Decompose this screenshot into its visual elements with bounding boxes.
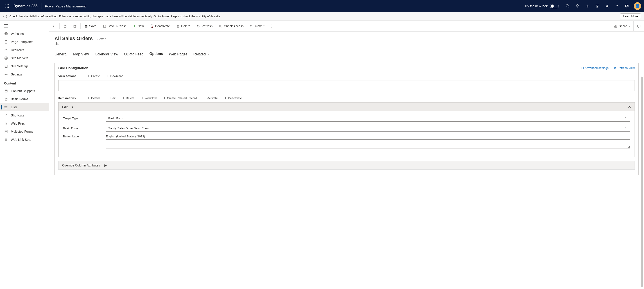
chevron-down-icon [622,125,628,131]
app-launcher-icon[interactable] [3,2,12,11]
toggle-switch[interactable] [550,4,559,8]
add-edit-action[interactable]: ＋Edit [106,96,116,100]
search-icon[interactable] [562,1,572,11]
sidebar-item-lists[interactable]: Lists [0,103,49,111]
overflow-menu-button[interactable] [268,21,276,31]
svg-point-65 [272,26,272,26]
svg-rect-28 [5,65,7,67]
sidebar-item-site-settings[interactable]: Site Settings [0,62,49,70]
redirect-icon [4,48,8,52]
gear-icon[interactable] [602,1,612,11]
try-new-look-toggle[interactable]: Try the new look [525,4,559,8]
basic-form-select[interactable]: Sandy Sales Order Basic Form [106,125,630,132]
add-details-action[interactable]: ＋Details [87,96,100,100]
hamburger-icon[interactable] [0,22,49,30]
target-type-select[interactable]: Basic Form [106,115,630,122]
item-actions-label: Item Actions [58,96,81,100]
back-button[interactable] [49,21,59,31]
sidebar-item-content-snippets[interactable]: Content Snippets [0,87,49,95]
svg-point-26 [5,57,8,60]
sidebar-item-settings[interactable]: Settings [0,70,49,78]
left-nav: Websites Page Templates Redirects Site M… [0,21,49,289]
add-create-related-record-action[interactable]: ＋Create Related Record [163,96,197,100]
sidebar-item-web-files[interactable]: Web Files [0,119,49,128]
sidebar-item-label: Page Templates [11,40,33,44]
sidebar-item-label: Multistep Forms [11,130,33,133]
svg-rect-57 [85,26,87,27]
tab-options[interactable]: Options [150,50,163,58]
sidebar-item-site-markers[interactable]: Site Markers [0,54,49,62]
language-label: English (United States) (1033) [106,135,630,138]
add-workflow-action[interactable]: ＋Workflow [141,96,157,100]
view-actions-label: View Actions [58,74,81,78]
refresh-view-link[interactable]: Refresh View [614,66,635,70]
deactivate-button[interactable]: Deactivate [147,21,173,31]
tab-related[interactable]: Related [193,50,209,58]
try-new-look-label: Try the new look [525,4,548,8]
tab-map-view[interactable]: Map View [73,50,89,58]
chat-icon[interactable] [622,1,632,11]
flow-button[interactable]: Flow [247,21,268,31]
scrollbar[interactable] [641,77,643,287]
override-column-attributes-row[interactable]: Override Column Attributes ▶ [58,161,635,170]
advanced-settings-link[interactable]: Advanced settings [581,66,608,70]
learn-more-button[interactable]: Learn More [620,14,641,19]
open-in-new-window-button[interactable] [70,21,80,31]
filter-icon[interactable] [592,1,602,11]
basic-form-value: Sandy Sales Order Basic Form [108,127,148,130]
grid-config-title: Grid Configuration [58,66,88,70]
tab-web-pages[interactable]: Web Pages [169,50,187,58]
plus-icon[interactable] [582,1,592,11]
add-deactivate-action[interactable]: ＋Deactivate [224,96,242,100]
add-delete-action[interactable]: ＋Delete [122,96,134,100]
button-label-input[interactable] [106,139,630,148]
svg-point-0 [6,5,6,5]
sidebar-item-multistep-forms[interactable]: Multistep Forms [0,128,49,136]
sidebar-item-shortcuts[interactable]: Shortcuts [0,111,49,119]
sidebar-item-basic-forms[interactable]: Basic Forms [0,95,49,103]
add-activate-action[interactable]: ＋Activate [203,96,218,100]
sidebar-item-web-link-sets[interactable]: Web Link Sets [0,136,49,144]
open-record-set-button[interactable] [60,21,70,31]
sidebar-item-page-templates[interactable]: Page Templates [0,38,49,46]
sidebar-item-label: Site Markers [11,56,28,60]
shortcut-icon [4,114,8,117]
tab-general[interactable]: General [54,50,67,58]
multistep-icon [4,130,8,133]
svg-point-64 [272,24,272,25]
tab-calendar-view[interactable]: Calendar View [95,50,118,58]
assistant-pane-button[interactable] [634,21,644,31]
add-create-action[interactable]: ＋Create [87,74,100,78]
edit-section-header[interactable]: Edit ▼ ✕ [58,103,634,111]
link-set-icon [4,138,8,141]
tab-odata-feed[interactable]: OData Feed [124,50,144,58]
delete-button[interactable]: Delete [173,21,193,31]
svg-point-1 [7,5,8,5]
sidebar-item-redirects[interactable]: Redirects [0,46,49,54]
share-button[interactable]: Share [611,21,634,31]
check-access-button[interactable]: Check Access [216,21,247,31]
view-actions-row: View Actions ＋Create ＋Download [58,74,635,78]
close-icon[interactable]: ✕ [628,105,631,109]
button-label-label: Button Label [63,135,106,138]
save-button[interactable]: Save [81,21,100,31]
refresh-button[interactable]: Refresh [193,21,216,31]
svg-point-44 [5,108,5,108]
add-download-action[interactable]: ＋Download [106,74,123,78]
form-icon [4,97,8,101]
chevron-right-icon: ▶ [104,164,107,167]
lightbulb-icon[interactable] [572,1,582,11]
save-close-button[interactable]: Save & Close [100,21,130,31]
svg-rect-16 [626,5,628,7]
sidebar-item-websites[interactable]: Websites [0,30,49,38]
svg-point-15 [617,7,617,7]
svg-point-9 [566,5,568,7]
saved-status: - Saved [96,37,106,41]
avatar[interactable]: 👤 [634,2,641,10]
new-button[interactable]: New [130,21,147,31]
page-title: All Sales Orders - Saved [54,36,638,42]
help-icon[interactable] [612,1,622,11]
sidebar-item-label: Shortcuts [11,114,24,117]
app-name: Power Pages Management [45,4,86,8]
check-access-label: Check Access [224,24,244,28]
